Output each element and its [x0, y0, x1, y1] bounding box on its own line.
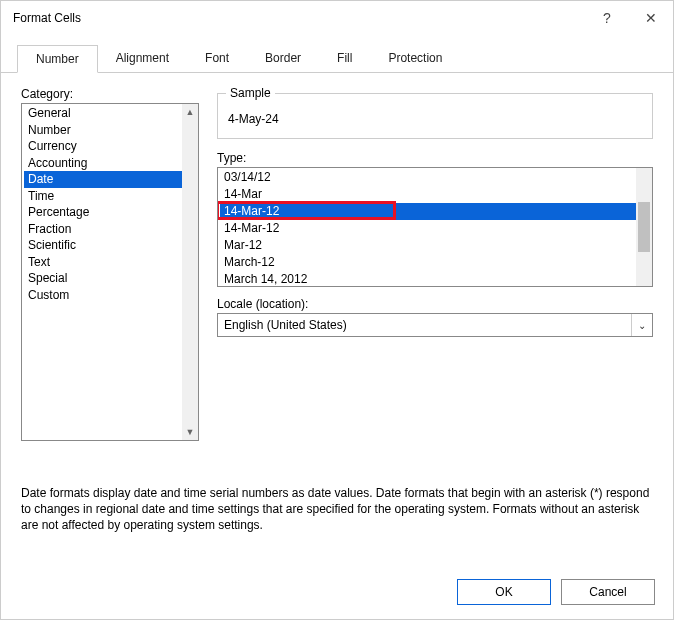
category-listbox[interactable]: General Number Currency Accounting Date … [21, 103, 199, 441]
list-item[interactable]: Custom [24, 287, 182, 304]
dialog-footer: OK Cancel [1, 567, 673, 619]
list-item[interactable]: Mar-12 [220, 237, 636, 254]
type-scrollbar[interactable] [636, 168, 652, 286]
list-item[interactable]: Number [24, 122, 182, 139]
list-item[interactable]: 03/14/12 [220, 169, 636, 186]
list-item[interactable]: Text [24, 254, 182, 271]
tab-content: Category: General Number Currency Accoun… [1, 73, 673, 567]
tab-alignment[interactable]: Alignment [98, 45, 187, 72]
category-label: Category: [21, 87, 199, 101]
sample-legend: Sample [226, 86, 275, 100]
list-item[interactable]: Currency [24, 138, 182, 155]
list-item[interactable]: Date [24, 171, 182, 188]
type-listbox[interactable]: 03/14/12 14-Mar 14-Mar-12 14-Mar-12 Mar-… [217, 167, 653, 287]
list-item[interactable]: Time [24, 188, 182, 205]
cancel-button[interactable]: Cancel [561, 579, 655, 605]
titlebar: Format Cells ? ✕ [1, 1, 673, 35]
scroll-down-icon[interactable]: ▼ [184, 426, 196, 438]
format-cells-dialog: Format Cells ? ✕ Number Alignment Font B… [0, 0, 674, 620]
list-item[interactable]: Special [24, 270, 182, 287]
category-column: Category: General Number Currency Accoun… [21, 87, 199, 441]
scroll-up-icon[interactable]: ▲ [184, 106, 196, 118]
list-item[interactable]: General [24, 105, 182, 122]
description-text: Date formats display date and time seria… [21, 485, 653, 534]
tab-fill[interactable]: Fill [319, 45, 370, 72]
window-title: Format Cells [13, 11, 585, 25]
help-icon: ? [603, 10, 611, 26]
list-item[interactable]: Fraction [24, 221, 182, 238]
type-label: Type: [217, 151, 653, 165]
locale-value: English (United States) [224, 318, 347, 332]
category-scrollbar[interactable]: ▲ ▼ [182, 104, 198, 440]
locale-label: Locale (location): [217, 297, 653, 311]
list-item[interactable]: Scientific [24, 237, 182, 254]
tab-protection[interactable]: Protection [370, 45, 460, 72]
category-items: General Number Currency Accounting Date … [24, 105, 182, 303]
list-item[interactable]: 14-Mar-12 [220, 203, 636, 220]
list-item[interactable]: Accounting [24, 155, 182, 172]
sample-value: 4-May-24 [228, 112, 642, 126]
tab-strip: Number Alignment Font Border Fill Protec… [1, 35, 673, 73]
list-item[interactable]: Percentage [24, 204, 182, 221]
sample-group: Sample 4-May-24 [217, 93, 653, 139]
ok-button[interactable]: OK [457, 579, 551, 605]
list-item[interactable]: March 14, 2012 [220, 271, 636, 287]
close-button[interactable]: ✕ [629, 2, 673, 34]
list-item[interactable]: 14-Mar-12 [220, 220, 636, 237]
close-icon: ✕ [645, 10, 657, 26]
tab-font[interactable]: Font [187, 45, 247, 72]
list-item[interactable]: March-12 [220, 254, 636, 271]
tab-number[interactable]: Number [17, 45, 98, 73]
type-section: Type: 03/14/12 14-Mar 14-Mar-12 14-Mar-1… [217, 151, 653, 337]
tab-border[interactable]: Border [247, 45, 319, 72]
right-column: Sample 4-May-24 Type: 03/14/12 14-Mar 14… [217, 87, 653, 441]
help-button[interactable]: ? [585, 2, 629, 34]
locale-select[interactable]: English (United States) ⌄ [217, 313, 653, 337]
list-item[interactable]: 14-Mar [220, 186, 636, 203]
upper-row: Category: General Number Currency Accoun… [21, 87, 653, 441]
type-items: 03/14/12 14-Mar 14-Mar-12 14-Mar-12 Mar-… [220, 169, 636, 287]
chevron-down-icon: ⌄ [631, 314, 646, 336]
scroll-thumb[interactable] [638, 202, 650, 252]
